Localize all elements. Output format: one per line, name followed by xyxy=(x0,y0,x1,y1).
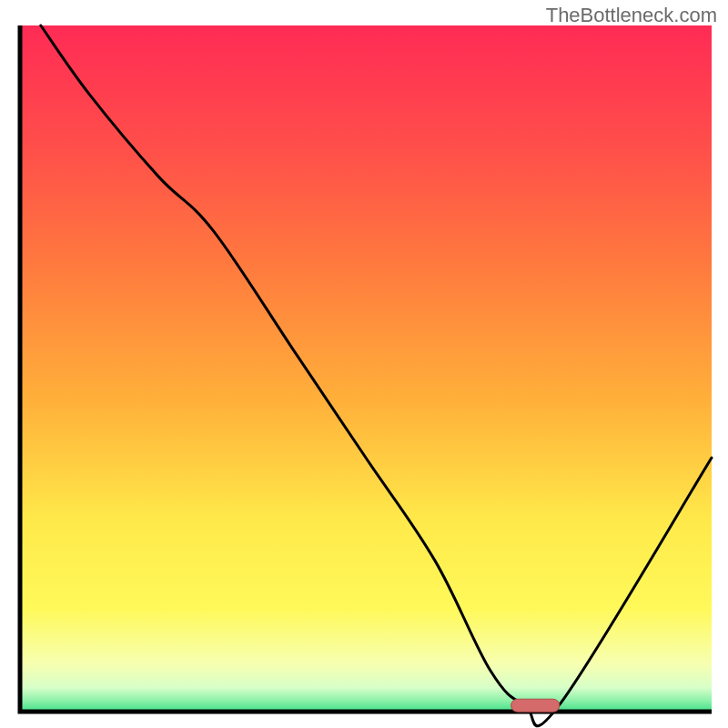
chart-svg xyxy=(0,0,728,728)
optimal-range-marker xyxy=(511,699,560,712)
bottleneck-curve-chart xyxy=(0,0,728,728)
watermark-text: TheBottleneck.com xyxy=(546,4,717,27)
gradient-background xyxy=(20,25,712,712)
